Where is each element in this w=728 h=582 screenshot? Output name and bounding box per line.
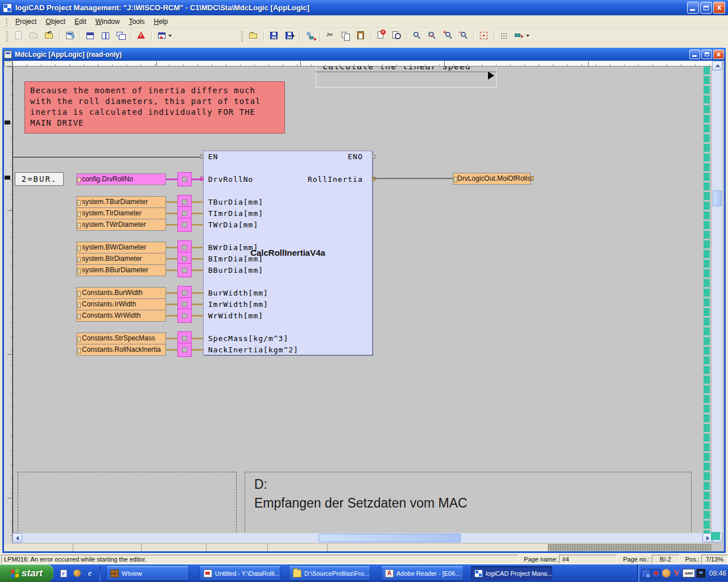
pin-stub [531,176,533,181]
antivirus-icon[interactable]: V [672,569,681,577]
en-wire [13,157,203,157]
zoom-page-icon[interactable] [425,29,440,43]
edit-tools-icon[interactable]: ✎ [302,29,317,43]
diagram-canvas[interactable]: Calculate the linear speed Because the m… [13,66,712,533]
xml-badge-icon[interactable]: xml [682,569,695,577]
cut-icon[interactable]: ✂ [322,29,338,43]
bur-note-box[interactable]: 2=BUR. [15,172,64,186]
open-project-icon[interactable]: ↶ [42,29,57,43]
variable-label[interactable]: config.DrvRollNo [76,173,166,185]
check-object-icon[interactable] [389,29,404,43]
menu-help[interactable]: Help [149,16,172,27]
menu-object[interactable]: Object [41,16,70,27]
logicad-app-icon [3,3,12,13]
variable-label[interactable]: system.BIrDiameter [76,253,166,265]
close-button[interactable]: x [713,2,725,14]
variable-label[interactable]: Constants.StrSpecMass [76,332,166,344]
restore-button[interactable] [700,2,712,14]
copy-icon[interactable] [338,29,353,43]
menu-edit[interactable]: Edit [70,16,91,27]
agent-icon[interactable] [662,569,671,577]
task-button-wtview[interactable]: Wtview [107,566,188,580]
update-icon[interactable] [652,569,660,577]
task-button-untitled[interactable]: Untitled - Y:\DataRolli... [200,566,280,580]
fb-input-pin: TImrDia[mm] [208,209,263,218]
variable-label[interactable]: system.BWrDiameter [76,242,166,253]
menu-tools[interactable]: Tools [124,16,149,27]
comment-box-line [316,72,497,72]
editor-minimize-button[interactable] [689,49,700,59]
connection-point[interactable] [177,172,192,186]
cascade-windows-icon[interactable] [113,29,129,43]
task-button-logicad[interactable]: logiCAD Project Mana... [471,566,552,580]
inertia-comment-box[interactable]: Because the moment of inertia differs mu… [24,81,285,134]
tile-horizontal-icon[interactable] [82,29,98,43]
grid-settings-icon[interactable] [497,29,512,43]
variable-label[interactable]: Constants.WrWidth [76,310,166,322]
display-icon[interactable] [697,569,705,577]
zoom-fit-icon[interactable] [476,29,491,43]
goto-page-icon[interactable] [154,29,175,43]
paste-icon[interactable] [353,29,369,43]
wire [192,349,203,351]
zoom-in-icon[interactable] [440,29,456,43]
message-list-icon[interactable] [134,29,149,43]
ie-document-icon[interactable] [58,568,69,579]
task-button-adobe-reader[interactable]: Adobe Reader - [E06... [382,566,463,580]
menu-window[interactable]: Window [91,16,125,27]
variable-label[interactable]: system.TWrDiameter [76,219,166,231]
vertical-scroll-thumb[interactable] [713,190,722,206]
task-label: Wtview [122,570,142,577]
zoom-out-icon[interactable] [456,29,471,43]
wire [166,315,178,317]
menu-project[interactable]: Project [11,16,41,27]
connection-point[interactable] [177,218,192,232]
connection-point[interactable] [177,343,192,357]
dropdown-caret-icon[interactable] [526,35,530,37]
fb-input-pin: TWrDia[mm] [208,220,258,230]
vertical-scrollbar[interactable] [712,61,722,543]
connection-point[interactable] [177,309,192,323]
variable-label[interactable]: Constants.BurWidth [76,287,166,299]
variable-label[interactable]: Constants.IrWidth [76,298,166,310]
new-document-icon[interactable] [11,29,26,43]
dropdown-caret-icon[interactable] [168,35,172,37]
var-row: Constants.RollNackInertia [76,344,203,356]
wire [192,201,203,203]
description-box[interactable]: D: Empfangen der Setzdaten vom MAC [245,472,692,533]
fb-input-pin: ImrWidth[mm] [208,300,268,309]
object-properties-icon[interactable]: ✎ [62,29,77,43]
connection-point[interactable] [177,263,192,277]
open-icon[interactable] [26,29,42,43]
media-agent-icon[interactable] [71,568,82,579]
scroll-up-arrow[interactable] [712,61,722,70]
fb-input-pin: TBurDia[mm] [208,197,263,207]
variable-label[interactable]: system.TIrDiameter [76,207,166,219]
save-all-icon[interactable] [282,29,297,43]
internet-explorer-icon[interactable]: e [84,568,96,579]
wire-tool-icon[interactable] [512,29,532,43]
save-icon[interactable] [266,29,282,43]
empty-frame-box[interactable] [18,472,237,533]
logicad-icon [474,569,483,577]
editor-restore-button[interactable] [701,49,712,59]
fb-input-pin: NackInertia[kgm^2] [208,345,299,355]
minimize-button[interactable] [687,2,699,14]
variable-label[interactable]: system.TBurDiameter [76,196,166,208]
editor-title: MdcLogic [AppLogic] (read-only) [15,51,688,59]
start-button[interactable]: start [0,564,53,582]
variable-label[interactable]: Constants.RollNackInertia [76,344,166,356]
output-variable-label[interactable]: DrvLogicOut.MoiOfRolls [453,173,531,185]
horizontal-scroll-thumb[interactable] [318,534,461,542]
tile-vertical-icon[interactable] [98,29,113,43]
parent-folder-icon[interactable]: ↑ [246,29,261,43]
editor-close-button[interactable]: x [713,49,724,59]
network-icon[interactable] [642,569,650,577]
editor-title-bar: MdcLogic [AppLogic] (read-only) x [2,48,726,61]
variable-label[interactable]: system.BBurDiameter [76,264,166,276]
delete-object-icon[interactable] [374,29,389,43]
task-button-explorer[interactable]: D:\SourceProBas\Fro... [289,566,370,580]
zoom-window-icon[interactable] [410,29,425,43]
page-break-marker [711,532,720,540]
scroll-left-arrow[interactable] [13,533,22,543]
